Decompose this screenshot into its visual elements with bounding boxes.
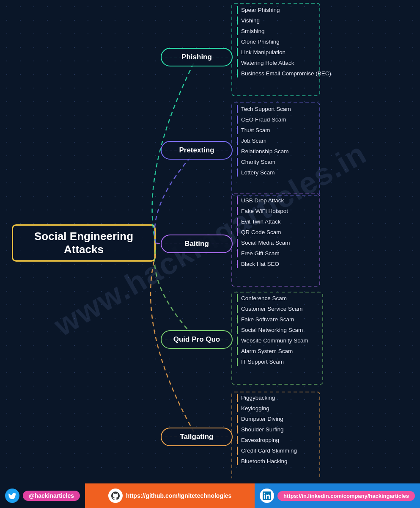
list-item: Relationship Scam	[237, 147, 294, 155]
twitter-icon	[5, 489, 19, 503]
quidproquo-label: Quid Pro Quo	[173, 335, 220, 344]
baiting-label: Baiting	[184, 240, 209, 248]
linkedin-icon	[260, 489, 274, 503]
footer: @hackinarticles https://github.com/Ignit…	[0, 483, 420, 508]
list-item: QR Code Scam	[237, 228, 294, 236]
central-node-label: Social Engineering Attacks	[13, 230, 154, 256]
quidproquo-node: Quid Pro Quo	[161, 330, 233, 349]
list-item: Black Hat SEO	[237, 260, 294, 268]
list-item: Free Gift Scam	[237, 249, 294, 257]
list-item: Job Scam	[237, 137, 294, 145]
list-item: CEO Fraud Scam	[237, 116, 294, 124]
phishing-node: Phishing	[161, 48, 233, 66]
central-node: Social Engineering Attacks	[12, 224, 156, 262]
list-item: Alarm System Scam	[237, 347, 312, 355]
list-item: Link Manipulation	[237, 48, 335, 56]
tailgating-label: Tailgating	[180, 433, 213, 441]
pretexting-node: Pretexting	[161, 141, 233, 160]
list-item: Social Networking Scam	[237, 326, 312, 334]
github-url: https://github.com/Ignitetechnologies	[126, 492, 232, 499]
list-item: Smishing	[237, 27, 335, 35]
list-item: Eavesdropping	[237, 436, 300, 444]
list-item: Bluetooth Hacking	[237, 457, 300, 465]
list-item: Spear Phishing	[237, 6, 335, 14]
list-item: Watering Hole Attack	[237, 59, 335, 67]
list-item: Business Email Compromise (BEC)	[237, 69, 335, 77]
list-item: Fake Software Scam	[237, 315, 312, 323]
list-item: Website Community Scam	[237, 337, 312, 345]
main-container: www.hackingarticles.in Social Engineerin…	[0, 0, 420, 478]
list-item: Tech Support Scam	[237, 105, 294, 113]
footer-github[interactable]: https://github.com/Ignitetechnologies	[85, 483, 255, 508]
list-item: Lottery Scam	[237, 168, 294, 177]
list-item: Keylogging	[237, 404, 300, 412]
list-item: Charity Scam	[237, 158, 294, 166]
linkedin-url: https://in.linkedin.com/company/hackinga…	[277, 491, 415, 501]
list-item: IT Support Scam	[237, 358, 312, 366]
tailgating-node: Tailgating	[161, 428, 233, 446]
list-item: Clone Phishing	[237, 38, 335, 46]
list-item: Trust Scam	[237, 126, 294, 134]
quidproquo-subitems: Conference Scam Customer Service Scam Fa…	[237, 294, 312, 366]
list-item: Vishing	[237, 17, 335, 25]
list-item: Social Media Scam	[237, 239, 294, 247]
list-item: Customer Service Scam	[237, 305, 312, 313]
pretexting-subitems: Tech Support Scam CEO Fraud Scam Trust S…	[237, 105, 294, 177]
footer-linkedin[interactable]: https://in.linkedin.com/company/hackinga…	[255, 483, 420, 508]
list-item: Conference Scam	[237, 294, 312, 302]
footer-twitter[interactable]: @hackinarticles	[0, 483, 85, 508]
list-item: Fake WiFi Hotspot	[237, 207, 294, 215]
tailgating-subitems: Piggybacking Keylogging Dumpster Diving …	[237, 394, 300, 465]
github-icon	[108, 489, 123, 503]
list-item: Shoulder Surfing	[237, 425, 300, 433]
pretexting-label: Pretexting	[179, 146, 214, 155]
baiting-node: Baiting	[161, 235, 233, 253]
twitter-handle: @hackinarticles	[23, 491, 80, 501]
phishing-label: Phishing	[181, 53, 212, 61]
list-item: USB Drop Attack	[237, 196, 294, 204]
list-item: Dumpster Diving	[237, 415, 300, 423]
list-item: Evil Twin Attack	[237, 218, 294, 226]
phishing-subitems: Spear Phishing Vishing Smishing Clone Ph…	[237, 6, 335, 77]
baiting-subitems: USB Drop Attack Fake WiFi Hotspot Evil T…	[237, 196, 294, 268]
list-item: Piggybacking	[237, 394, 300, 402]
list-item: Credit Card Skimming	[237, 447, 300, 455]
